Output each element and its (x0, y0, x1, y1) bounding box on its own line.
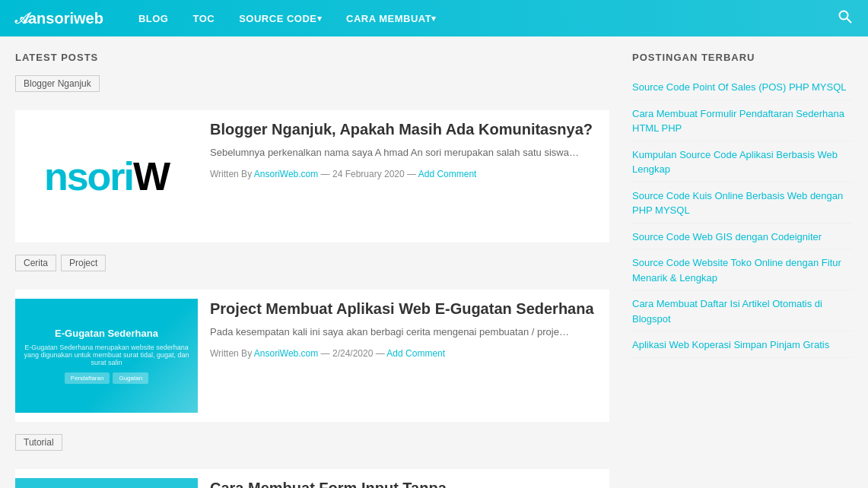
sidebar-link-item-7: Aplikasi Web Koperasi Simpan Pinjam Grat… (632, 333, 853, 358)
post-2-meta: Written By AnsoriWeb.com — 2/24/2020 — A… (210, 348, 609, 359)
site-logo[interactable]: 𝒜ansoriweb (15, 10, 103, 27)
sidebar-link-item-4: Source Code Web GIS dengan Codeigniter (632, 225, 853, 250)
sidebar-link-item-3: Source Code Kuis Online Berbasis Web den… (632, 184, 853, 223)
post-1-comment[interactable]: Add Comment (418, 169, 477, 179)
nav-source-code[interactable]: SOURCE CODE (227, 0, 334, 36)
main-column: LATEST POSTS Blogger Nganjuk nsoriW Blog… (15, 52, 609, 488)
post-1-author[interactable]: AnsoriWeb.com (254, 169, 318, 179)
post-card-1: nsoriW Blogger Nganjuk, Apakah Masih Ada… (15, 110, 609, 242)
post-card-2: E-Gugatan Sederhana E-Gugatan Sederhana … (15, 290, 609, 422)
post-2-author[interactable]: AnsoriWeb.com (254, 348, 318, 359)
sidebar-link-item-1: Cara Membuat Formulir Pendaftaran Sederh… (632, 102, 853, 141)
post-2-thumbnail: E-Gugatan Sederhana E-Gugatan Sederhana … (15, 299, 198, 413)
post-1-body: Blogger Nganjuk, Apakah Masih Ada Komuni… (210, 119, 609, 233)
post-card-3: Membuat Input Tanpa Database Cara Membua… (15, 469, 609, 488)
post-1-tags: Blogger Nganjuk (15, 75, 609, 101)
sidebar-link-item-0: Source Code Point Of Sales (POS) PHP MYS… (632, 75, 853, 100)
post-2-body: Project Membuat Aplikasi Web E-Gugatan S… (210, 299, 609, 413)
post-3-body: Cara Membuat Form Input Tanpa (210, 478, 609, 488)
post-1-meta: Written By AnsoriWeb.com — 24 February 2… (210, 169, 609, 179)
sidebar-links-list: Source Code Point Of Sales (POS) PHP MYS… (632, 75, 853, 358)
post-2-thumb-desc: E-Gugatan Sederhana merupakan website se… (23, 344, 190, 366)
post-3-title[interactable]: Cara Membuat Form Input Tanpa (210, 478, 609, 488)
sidebar: POSTINGAN TERBARU Source Code Point Of S… (632, 52, 853, 488)
page-content: LATEST POSTS Blogger Nganjuk nsoriW Blog… (0, 36, 868, 488)
post-2-title[interactable]: Project Membuat Aplikasi Web E-Gugatan S… (210, 299, 609, 318)
post-1-title[interactable]: Blogger Nganjuk, Apakah Masih Ada Komuni… (210, 119, 609, 139)
svg-line-1 (847, 18, 851, 23)
tag-tutorial[interactable]: Tutorial (15, 434, 62, 451)
post-2-date: 2/24/2020 (332, 348, 373, 359)
sidebar-link-4[interactable]: Source Code Web GIS dengan Codeigniter (632, 225, 853, 250)
post-2-comment[interactable]: Add Comment (386, 348, 445, 359)
thumb-btn-2[interactable]: Gugatan (113, 372, 148, 384)
latest-posts-title: LATEST POSTS (15, 52, 609, 63)
thumb-btn-1[interactable]: Pendaftaran (65, 372, 110, 384)
nav-links: BLOG ToC SOURCE CODE CARA MEMBUAT (126, 0, 838, 36)
sidebar-link-6[interactable]: Cara Membuat Daftar Isi Artikel Otomatis… (632, 292, 853, 331)
sidebar-link-5[interactable]: Source Code Website Toko Online dengan F… (632, 251, 853, 290)
post-2-thumb-title: E-Gugatan Sederhana (55, 328, 158, 339)
post-3-thumbnail: Membuat Input Tanpa Database (15, 478, 198, 488)
nav-toc[interactable]: ToC (180, 0, 227, 36)
sidebar-link-1[interactable]: Cara Membuat Formulir Pendaftaran Sederh… (632, 102, 853, 141)
post-2-thumb-buttons: Pendaftaran Gugatan (65, 372, 148, 384)
logo-text: 𝒜ansoriweb (15, 10, 103, 27)
navbar: 𝒜ansoriweb BLOG ToC SOURCE CODE CARA MEM… (0, 0, 868, 36)
nav-cara-membuat[interactable]: CARA MEMBUAT (334, 0, 449, 36)
sidebar-title: POSTINGAN TERBARU (632, 52, 853, 63)
sidebar-link-item-2: Kumpulan Source Code Aplikasi Berbasis W… (632, 143, 853, 182)
sidebar-link-3[interactable]: Source Code Kuis Online Berbasis Web den… (632, 184, 853, 223)
sidebar-link-7[interactable]: Aplikasi Web Koperasi Simpan Pinjam Grat… (632, 333, 853, 358)
nav-blog[interactable]: BLOG (126, 0, 181, 36)
sidebar-link-item-6: Cara Membuat Daftar Isi Artikel Otomatis… (632, 292, 853, 331)
post-3-tags: Tutorial (15, 434, 609, 460)
post-2-excerpt: Pada kesempatan kali ini saya akan berba… (210, 325, 609, 341)
post-2-thumbnail-img: E-Gugatan Sederhana E-Gugatan Sederhana … (15, 299, 198, 413)
search-icon[interactable] (838, 9, 853, 28)
svg-point-0 (840, 11, 848, 19)
post-1-date: 24 February 2020 (332, 169, 405, 179)
sidebar-link-0[interactable]: Source Code Point Of Sales (POS) PHP MYS… (632, 75, 853, 100)
tag-project[interactable]: Project (61, 255, 106, 271)
post-3-thumbnail-img: Membuat Input Tanpa Database (15, 478, 198, 488)
post-1-excerpt: Sebelumnya perkenalkan nama saya A hmad … (210, 145, 609, 161)
tag-cerita[interactable]: Cerita (15, 255, 56, 271)
post-1-thumbnail-img: nsoriW (15, 119, 198, 233)
tag-blogger-nganjuk[interactable]: Blogger Nganjuk (15, 75, 100, 92)
sidebar-link-2[interactable]: Kumpulan Source Code Aplikasi Berbasis W… (632, 143, 853, 182)
post-2-tags: Cerita Project (15, 255, 609, 280)
post-1-thumbnail: nsoriW (15, 119, 198, 233)
sidebar-link-item-5: Source Code Website Toko Online dengan F… (632, 251, 853, 290)
